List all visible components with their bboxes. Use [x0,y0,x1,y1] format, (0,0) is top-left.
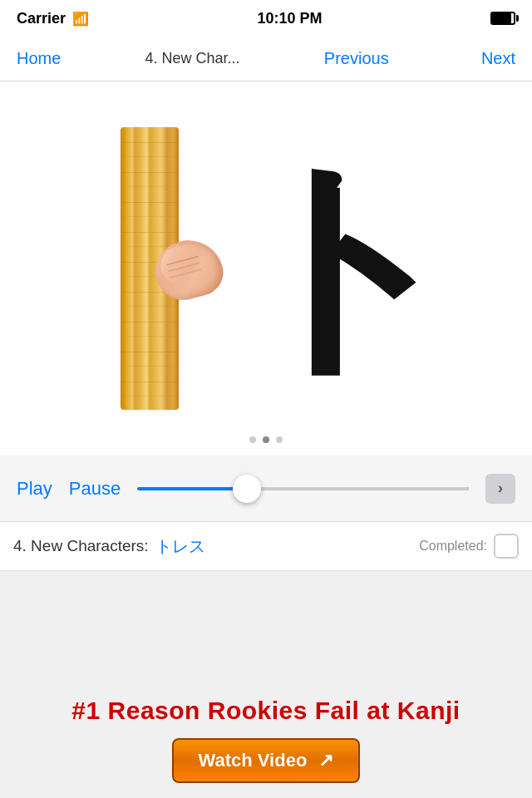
completed-checkbox[interactable] [494,534,519,559]
home-button[interactable]: Home [8,42,69,75]
battery-icon [490,12,515,25]
scroll-right-icon: › [498,480,503,497]
content-japanese: トレス [155,535,205,558]
battery-fill [492,13,511,23]
content-label: 4. New Characters: [13,537,149,555]
dot-1 [249,436,256,443]
dot-2 [263,436,269,443]
playback-slider[interactable] [137,487,469,490]
dot-3 [276,436,283,443]
status-left: Carrier 📶 [17,10,89,27]
nav-bar: Home 4. New Char... Previous Next [0,37,532,81]
wifi-icon: 📶 [72,11,89,27]
watch-video-button[interactable]: Watch Video ↗ [172,738,361,783]
watch-video-label: Watch Video [199,750,308,771]
slider-track-right [254,487,469,490]
nav-title: 4. New Char... [145,50,240,67]
carousel-inner: ト [0,81,532,456]
katakana-character: ト [254,152,436,385]
content-row: 4. New Characters: トレス Completed: [0,522,532,571]
scroll-right-button[interactable]: › [485,474,515,504]
status-bar: Carrier 📶 10:10 PM [0,0,532,37]
ad-title: #1 Reason Rookies Fail at Kanji [71,697,460,725]
controls-bar: Play Pause › [0,456,532,522]
previous-button[interactable]: Previous [316,42,397,75]
battery-container [490,12,515,25]
ad-banner: #1 Reason Rookies Fail at Kanji Watch Vi… [0,682,532,798]
scroll-indicators [249,436,283,443]
slider-thumb[interactable] [233,475,261,503]
carousel-area: ト [0,81,532,456]
cursor-icon: ↗ [318,750,333,771]
carrier-label: Carrier [17,10,66,27]
next-button[interactable]: Next [473,42,524,75]
pause-button[interactable]: Pause [69,478,121,500]
wood-finger-image [96,127,204,410]
completed-label: Completed: [419,539,487,554]
status-time: 10:10 PM [258,10,323,27]
play-button[interactable]: Play [17,478,52,500]
